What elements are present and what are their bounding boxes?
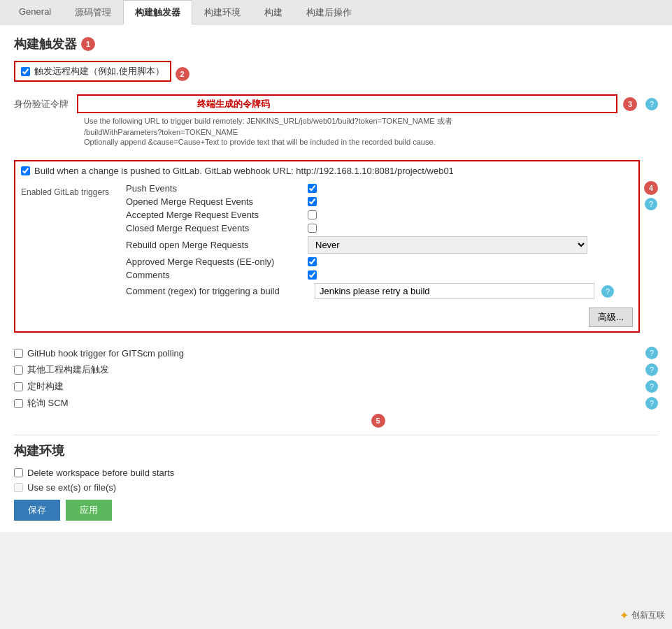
trigger-comments: Comments xyxy=(126,270,633,280)
trigger-opened-merge: Opened Merge Request Events xyxy=(126,196,633,207)
enabled-gitlab-label: Enabled GitLab triggers xyxy=(21,183,119,302)
trigger-approved-merge-checkbox[interactable] xyxy=(308,257,317,266)
trigger-opened-merge-checkbox[interactable] xyxy=(308,197,317,206)
token-overlay: 终端生成的令牌码 xyxy=(197,98,270,110)
tab-build-env[interactable]: 构建环境 xyxy=(192,0,252,24)
trigger-closed-merge: Closed Merge Request Events xyxy=(126,223,633,233)
trigger-accepted-merge-checkbox[interactable] xyxy=(308,210,317,219)
trigger-rebuild-merge: Rebuild open Merge Requests Never Always… xyxy=(126,236,633,254)
other-project-help-icon[interactable]: ? xyxy=(645,363,658,376)
gitlab-section: Build when a change is pushed to GitLab.… xyxy=(14,160,640,333)
trigger-rebuild-select[interactable]: Never Always Only for new commits xyxy=(308,236,587,254)
trigger-push-events: Push Events xyxy=(126,183,633,194)
gitlab-label: Build when a change is pushed to GitLab.… xyxy=(34,166,454,176)
help-line1: Use the following URL to trigger build r… xyxy=(84,116,658,126)
trigger-approved-merge: Approved Merge Requests (EE-only) xyxy=(126,256,633,267)
other-trigger-other-project: 其他工程构建后触发 ? xyxy=(14,363,658,376)
poll-scm-checkbox[interactable] xyxy=(14,399,23,408)
github-hook-label: GitHub hook trigger for GITScm polling xyxy=(27,348,184,359)
github-hook-help-icon[interactable]: ? xyxy=(645,347,658,359)
help-line3: Optionally append &cause=Cause+Text to p… xyxy=(84,138,658,146)
token-help-icon[interactable]: ? xyxy=(645,98,658,110)
save-button[interactable]: 保存 xyxy=(14,500,60,521)
apply-button[interactable]: 应用 xyxy=(66,500,112,521)
secret-text-row: Use se ext(s) or file(s) xyxy=(14,482,658,493)
section2-title: 构建环境 xyxy=(14,442,658,459)
delete-workspace-row: Delete workspace before build starts xyxy=(14,468,658,478)
trigger-comment-regex: Comment (regex) for triggering a build ? xyxy=(126,283,633,299)
poll-scm-label: 轮询 SCM xyxy=(27,397,69,410)
remote-build-box: 触发远程构建（例如,使用脚本） xyxy=(14,61,171,82)
delete-workspace-checkbox[interactable] xyxy=(14,468,23,477)
gitlab-help-icon[interactable]: ? xyxy=(645,198,657,210)
section1-title: 构建触发器 1 xyxy=(14,36,658,52)
annotation-3: 3 xyxy=(623,97,637,111)
github-hook-checkbox[interactable] xyxy=(14,349,23,358)
main-content: 构建触发器 1 触发远程构建（例如,使用脚本） 2 身份验证令牌 a13d2c8… xyxy=(0,24,672,532)
token-input[interactable]: a13d2c8d22991c70a9e5 xyxy=(78,96,616,112)
other-triggers: GitHub hook trigger for GITScm polling ?… xyxy=(14,347,658,410)
tabs-bar: General 源码管理 构建触发器 构建环境 构建 构建后操作 xyxy=(0,0,672,24)
delete-workspace-label: Delete workspace before build starts xyxy=(27,468,174,478)
secret-text-checkbox[interactable] xyxy=(14,483,23,492)
remote-build-label: 触发远程构建（例如,使用脚本） xyxy=(34,65,164,78)
annotation-2: 2 xyxy=(176,67,190,81)
tab-general[interactable]: General xyxy=(7,0,63,24)
trigger-comments-checkbox[interactable] xyxy=(308,270,317,280)
tab-post-build[interactable]: 构建后操作 xyxy=(294,0,364,24)
trigger-accepted-merge: Accepted Merge Request Events xyxy=(126,210,633,220)
poll-scm-help-icon[interactable]: ? xyxy=(645,397,658,410)
secret-text-label: Use se ext(s) or file(s) xyxy=(27,482,116,493)
annotation-1: 1 xyxy=(81,37,95,51)
comment-regex-input[interactable] xyxy=(315,283,594,299)
bottom-buttons: 保存 应用 xyxy=(14,500,658,521)
trigger-push-checkbox[interactable] xyxy=(308,184,317,193)
annotation-4: 4 xyxy=(644,181,658,195)
tab-scm[interactable]: 源码管理 xyxy=(63,0,123,24)
help-line2: /buildWithParameters?token=TOKEN_NAME xyxy=(84,128,658,136)
scheduled-checkbox[interactable] xyxy=(14,382,23,391)
token-label: 身份验证令牌 xyxy=(14,98,77,110)
other-trigger-poll-scm: 轮询 SCM ? xyxy=(14,397,658,410)
tab-build[interactable]: 构建 xyxy=(252,0,294,24)
advanced-btn-row: 高级... xyxy=(21,308,633,327)
other-trigger-scheduled: 定时构建 ? xyxy=(14,380,658,393)
advanced-button[interactable]: 高级... xyxy=(589,308,633,327)
trigger-closed-merge-checkbox[interactable] xyxy=(308,224,317,233)
remote-build-checkbox[interactable] xyxy=(21,67,30,76)
section1-title-text: 构建触发器 xyxy=(14,36,77,52)
annotation-5: 5 xyxy=(371,414,385,428)
scheduled-label: 定时构建 xyxy=(27,380,64,393)
comment-regex-help-icon[interactable]: ? xyxy=(601,285,614,298)
other-project-label: 其他工程构建后触发 xyxy=(27,363,109,376)
section-divider xyxy=(14,435,658,435)
other-trigger-github: GitHub hook trigger for GITScm polling ? xyxy=(14,347,658,359)
tab-build-triggers[interactable]: 构建触发器 xyxy=(123,0,192,24)
other-project-checkbox[interactable] xyxy=(14,366,23,375)
gitlab-checkbox[interactable] xyxy=(21,166,30,175)
scheduled-help-icon[interactable]: ? xyxy=(645,380,658,393)
